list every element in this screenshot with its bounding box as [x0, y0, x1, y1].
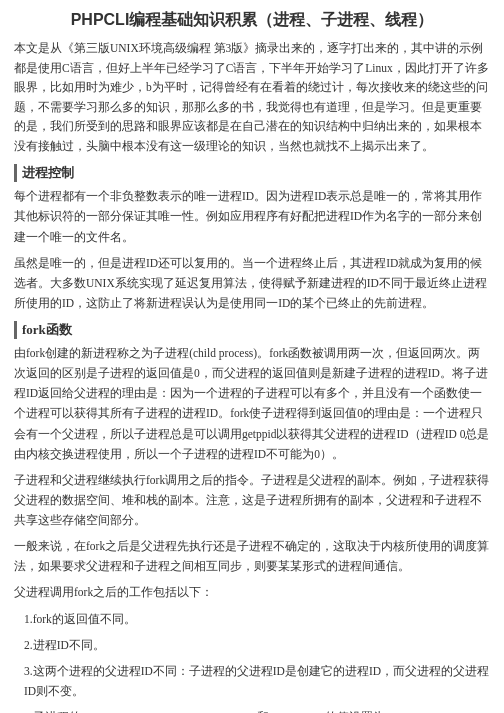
section-content-fork-3: 一般来说，在fork之后是父进程先执行还是子进程不确定的，这取决于内核所使用的调…	[14, 536, 490, 576]
section-fork: fork函数 由fork创建的新进程称之为子进程(child process)。…	[14, 321, 490, 713]
intro-paragraph: 本文是从《第三版UNIX环境高级编程 第3版》摘录出来的，逐字打出来的，其中讲的…	[14, 39, 490, 156]
section-content-process-control-2: 虽然是唯一的，但是进程ID还可以复用的。当一个进程终止后，其进程ID就成为复用的…	[14, 253, 490, 313]
section-content-fork-intro: 父进程调用fork之后的工作包括以下：	[14, 582, 490, 602]
fork-item-4: 4.子进程的tms_utime、tms_stime、tms_cutime 和 t…	[14, 707, 490, 713]
section-process-control: 进程控制 每个进程都有一个非负整数表示的唯一进程ID。因为进程ID表示总是唯一的…	[14, 164, 490, 313]
fork-item-2: 2.进程ID不同。	[14, 635, 490, 655]
section-title-process-control: 进程控制	[14, 164, 490, 182]
section-content-process-control: 每个进程都有一个非负整数表示的唯一进程ID。因为进程ID表示总是唯一的，常将其用…	[14, 186, 490, 246]
fork-item-1: 1.fork的返回值不同。	[14, 609, 490, 629]
section-content-fork-1: 由fork创建的新进程称之为子进程(child process)。fork函数被…	[14, 343, 490, 464]
section-content-fork-2: 子进程和父进程继续执行fork调用之后的指令。子进程是父进程的副本。例如，子进程…	[14, 470, 490, 530]
fork-item-3: 3.这两个进程的父进程ID不同：子进程的父进程ID是创建它的进程ID，而父进程的…	[14, 661, 490, 701]
page-title: PHPCLI编程基础知识积累（进程、子进程、线程）	[14, 10, 490, 31]
section-title-fork: fork函数	[14, 321, 490, 339]
